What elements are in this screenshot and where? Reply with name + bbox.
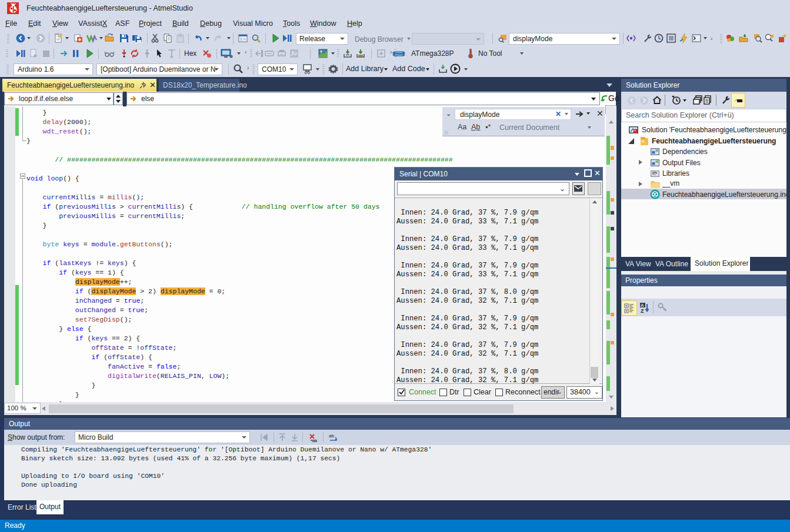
svg-text:A: A xyxy=(641,303,644,308)
svg-text:ab: ab xyxy=(329,433,334,439)
svg-text:Z: Z xyxy=(641,308,644,313)
